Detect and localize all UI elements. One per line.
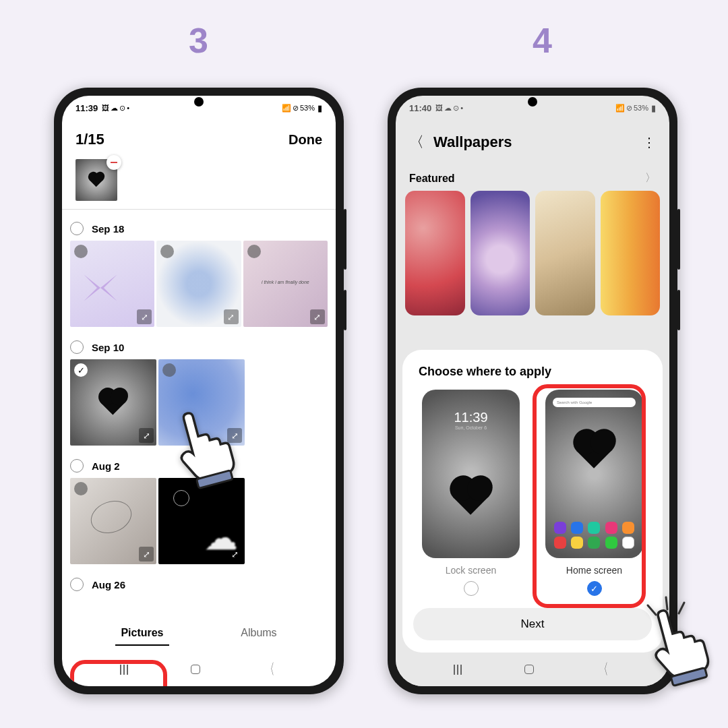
wallpaper-thumb[interactable] bbox=[535, 191, 595, 315]
volume-button bbox=[344, 209, 346, 270]
gallery-thumb[interactable]: ⤢ bbox=[158, 359, 245, 446]
date-checkbox[interactable] bbox=[70, 459, 84, 473]
date-group-aug26[interactable]: Aug 26 bbox=[66, 572, 332, 597]
date-group-sep10[interactable]: Sep 10 bbox=[66, 335, 332, 359]
expand-icon: ⤢ bbox=[310, 309, 325, 324]
sheet-title: Choose where to apply bbox=[413, 365, 652, 379]
nav-bar: 〈 bbox=[62, 653, 336, 686]
tab-pictures[interactable]: Pictures bbox=[115, 621, 169, 646]
volume-button bbox=[677, 209, 680, 270]
gallery-thumb[interactable]: ⤢ bbox=[70, 478, 156, 564]
chevron-right-icon: 〉 bbox=[645, 171, 656, 185]
lock-screen-preview: 11:39 Sun, October 6 bbox=[422, 390, 520, 558]
power-button bbox=[677, 290, 680, 330]
screen-right: 11:40🖼☁⊙• 📶⊘53%▮ 〈 Wallpapers ⋯ Featured… bbox=[396, 96, 669, 686]
picker-header: 1/15 Done bbox=[62, 120, 336, 159]
date-checkbox[interactable] bbox=[70, 578, 84, 591]
nav-bar: 〈 bbox=[396, 653, 669, 686]
nav-back-icon[interactable]: 〈 bbox=[266, 659, 274, 679]
gallery-thumb-selected[interactable]: ✓⤢ bbox=[70, 359, 156, 446]
featured-wallpapers-row[interactable] bbox=[396, 191, 669, 315]
gallery-thumb[interactable]: ⤢ bbox=[70, 241, 154, 327]
more-options-icon[interactable]: ⋯ bbox=[642, 136, 658, 148]
gallery-tabs: Pictures Albums bbox=[62, 621, 336, 646]
phone-frame-right: 11:40🖼☁⊙• 📶⊘53%▮ 〈 Wallpapers ⋯ Featured… bbox=[388, 88, 677, 694]
nav-recents-icon[interactable] bbox=[454, 665, 462, 675]
wallpapers-header: 〈 Wallpapers ⋯ bbox=[396, 120, 669, 164]
date-checkbox[interactable] bbox=[70, 222, 84, 235]
page-title: Wallpapers bbox=[433, 133, 634, 151]
power-button bbox=[344, 290, 346, 330]
svg-line-3 bbox=[679, 603, 684, 613]
app-icons-grid bbox=[553, 522, 636, 549]
expand-icon: ⤢ bbox=[227, 428, 242, 443]
step-number-3: 3 bbox=[189, 20, 208, 61]
camera-notch bbox=[528, 97, 537, 107]
featured-section-header[interactable]: Featured 〉 bbox=[396, 164, 669, 191]
gallery-thumb[interactable]: ⤢ bbox=[158, 478, 245, 564]
expand-icon: ⤢ bbox=[224, 309, 239, 324]
svg-rect-4 bbox=[671, 668, 707, 686]
nav-home-icon[interactable] bbox=[524, 665, 534, 674]
nav-recents-icon[interactable] bbox=[120, 665, 128, 675]
step-number-4: 4 bbox=[533, 20, 552, 61]
radio-home-screen-selected[interactable]: ✓ bbox=[587, 581, 602, 596]
selected-preview-thumb[interactable] bbox=[75, 159, 117, 201]
divider bbox=[62, 209, 336, 210]
remove-selection-icon[interactable] bbox=[107, 155, 121, 170]
apply-sheet: Choose where to apply 11:39 Sun, October… bbox=[402, 350, 663, 653]
back-icon[interactable]: 〈 bbox=[409, 132, 424, 152]
radio-lock-screen[interactable] bbox=[464, 581, 479, 596]
phone-frame-left: 11:39🖼☁⊙• 📶⊘53%▮ 1/15 Done Sep 18 ⤢ ⤢ ⤢ bbox=[54, 88, 344, 694]
date-group-sep18[interactable]: Sep 18 bbox=[66, 216, 332, 241]
wallpaper-thumb[interactable] bbox=[405, 191, 465, 315]
option-lock-screen[interactable]: 11:39 Sun, October 6 Lock screen bbox=[413, 390, 528, 596]
date-group-aug2[interactable]: Aug 2 bbox=[66, 454, 332, 478]
selection-counter: 1/15 bbox=[75, 131, 104, 148]
expand-icon: ⤢ bbox=[227, 547, 242, 562]
expand-icon: ⤢ bbox=[139, 428, 154, 443]
next-button[interactable]: Next bbox=[413, 608, 652, 640]
gallery-thumb[interactable]: ⤢ bbox=[243, 241, 328, 327]
date-checkbox[interactable] bbox=[70, 340, 84, 354]
done-button[interactable]: Done bbox=[289, 132, 322, 148]
selected-check-icon: ✓ bbox=[74, 363, 88, 377]
gallery-thumb[interactable]: ⤢ bbox=[156, 241, 241, 327]
option-home-screen[interactable]: Search with Google Home screen ✓ bbox=[537, 390, 652, 596]
search-bar-preview: Search with Google bbox=[553, 398, 636, 407]
expand-icon: ⤢ bbox=[137, 309, 152, 324]
wallpaper-thumb[interactable] bbox=[601, 191, 661, 315]
expand-icon: ⤢ bbox=[139, 547, 154, 562]
screen-left: 11:39🖼☁⊙• 📶⊘53%▮ 1/15 Done Sep 18 ⤢ ⤢ ⤢ bbox=[62, 96, 336, 686]
nav-back-icon[interactable]: 〈 bbox=[599, 659, 608, 679]
tab-albums[interactable]: Albums bbox=[235, 621, 282, 646]
home-screen-preview: Search with Google bbox=[545, 390, 643, 558]
wallpaper-thumb[interactable] bbox=[471, 191, 530, 315]
camera-notch bbox=[194, 97, 204, 107]
nav-home-icon[interactable] bbox=[191, 665, 200, 674]
